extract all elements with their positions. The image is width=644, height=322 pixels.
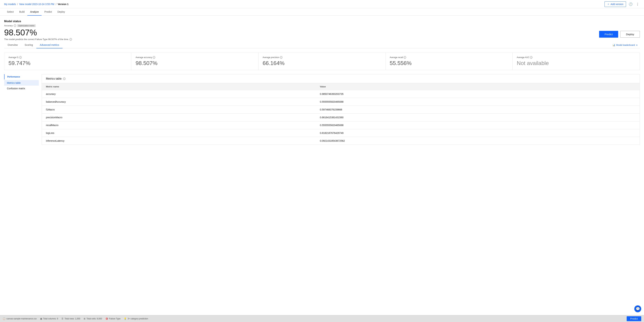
- table-row: inferenceLatency0.09214318543672562: [42, 137, 640, 145]
- add-icon: ＋: [607, 3, 610, 6]
- sub-tab-scoring[interactable]: Scoring: [21, 42, 36, 48]
- metric-value-auc: Not available: [517, 60, 636, 66]
- metric-card-auc: Average AUC i Not available: [513, 53, 640, 70]
- metric-name-cell: precisionMacro: [42, 114, 316, 121]
- accuracy-info-icon[interactable]: i: [14, 25, 16, 27]
- breadcrumb-version: Version 1: [58, 3, 68, 6]
- metric-card-recall: Average recall i 55.556%: [386, 53, 512, 70]
- metric-value-precision: 66.164%: [263, 60, 381, 66]
- metric-value-cell: 0.9850746393203735: [316, 90, 640, 98]
- tab-deploy[interactable]: Deploy: [54, 8, 68, 16]
- sub-tabs: Overview Scoring Advanced metrics 📊 Mode…: [4, 42, 640, 48]
- metric-value-cell: 0.5555555820465088: [316, 121, 640, 129]
- metric-label-auc: Average AUC i: [517, 56, 636, 59]
- deploy-button-main[interactable]: Deploy: [620, 31, 640, 38]
- metrics-table-title: Metrics table: [46, 77, 62, 80]
- col-metric-name: Metric name: [42, 83, 316, 90]
- accuracy-metric-info-icon[interactable]: i: [153, 56, 155, 59]
- metric-label-precision: Average precision i: [263, 56, 381, 59]
- metrics-data-table: Metric name Value accuracy0.985074639320…: [42, 83, 640, 145]
- breadcrumb-sep2: /: [56, 3, 56, 6]
- table-row: accuracy0.9850746393203735: [42, 90, 640, 98]
- metric-value-f1: 59.747%: [8, 60, 127, 66]
- chevron-up-icon: ∧: [636, 44, 638, 46]
- metric-card-accuracy: Average accuracy i 98.507%: [131, 53, 258, 70]
- metric-name-cell: inferenceLatency: [42, 137, 316, 145]
- table-row: recallMacro0.5555555820465088: [42, 121, 640, 129]
- metric-value-cell: 0.597468376159668: [316, 106, 640, 114]
- breadcrumb-sep1: /: [17, 3, 18, 6]
- predict-button-main[interactable]: Predict: [599, 31, 618, 38]
- metric-name-cell: logLoss: [42, 129, 316, 137]
- metric-value-cell: 0.6616415381431580: [316, 114, 640, 121]
- metric-card-precision: Average precision i 66.164%: [258, 53, 386, 70]
- sidebar-section-performance: Performance: [4, 74, 39, 79]
- accuracy-label: Accuracy i Optimization metric: [4, 24, 640, 27]
- metric-label-accuracy: Average accuracy i: [136, 56, 254, 59]
- sub-tabs-left: Overview Scoring Advanced metrics: [4, 42, 62, 48]
- metrics-table-info-icon[interactable]: i: [63, 78, 66, 80]
- main-content: Model status Accuracy i Optimization met…: [0, 16, 644, 145]
- metric-label-f1: Average f1 i: [8, 56, 127, 59]
- accuracy-desc: The model predicts the correct Failure T…: [4, 38, 640, 41]
- leaderboard-icon: 📊: [612, 44, 615, 46]
- main-panel: Metrics table i Metric name Value accura…: [42, 74, 640, 145]
- content-layout: Performance Metrics table Confusion matr…: [4, 74, 640, 145]
- precision-info-icon[interactable]: i: [280, 56, 282, 59]
- optimization-badge: Optimization metric: [17, 24, 36, 27]
- top-header: My models / New model 2023-10-24 3:55 PM…: [0, 0, 644, 8]
- metric-value-cell: 0.09214318543672562: [316, 137, 640, 145]
- add-version-label: Add version: [610, 3, 624, 6]
- nav-tabs: Select Build Analyze Predict Deploy: [0, 8, 644, 16]
- more-options-button[interactable]: ⋮: [635, 2, 640, 7]
- table-row: precisionMacro0.6616415381431580: [42, 114, 640, 121]
- add-version-button[interactable]: ＋ Add version: [604, 2, 626, 7]
- metric-value-cell: 0.5555555820465088: [316, 98, 640, 106]
- metric-card-f1: Average f1 i 59.747%: [4, 53, 131, 70]
- sidebar: Performance Metrics table Confusion matr…: [4, 74, 39, 145]
- sub-tab-overview[interactable]: Overview: [4, 42, 21, 48]
- model-status-title: Model status: [4, 20, 640, 23]
- recall-info-icon[interactable]: i: [404, 56, 406, 59]
- breadcrumb-new-model[interactable]: New model 2023-10-24 3:55 PM: [20, 3, 54, 6]
- tab-select[interactable]: Select: [4, 8, 16, 16]
- desc-info-icon[interactable]: i: [70, 38, 72, 41]
- auc-info-icon[interactable]: i: [530, 56, 532, 59]
- metric-name-cell: recallMacro: [42, 121, 316, 129]
- table-header-row: Metric name Value: [42, 83, 640, 90]
- tab-build[interactable]: Build: [16, 8, 27, 16]
- tab-analyze[interactable]: Analyze: [27, 8, 42, 16]
- metric-name-cell: f1Macro: [42, 106, 316, 114]
- model-leaderboard-button[interactable]: 📊 Model leaderboard ∧: [610, 42, 640, 48]
- table-row: f1Macro0.597468376159668: [42, 106, 640, 114]
- table-row: logLoss0.8182187676429749: [42, 129, 640, 137]
- metrics-table-header: Metrics table i: [42, 74, 640, 83]
- status-action-row: Predict Deploy: [4, 31, 640, 38]
- metric-label-recall: Average recall i: [390, 56, 508, 59]
- tab-predict[interactable]: Predict: [42, 8, 55, 16]
- breadcrumb-my-models[interactable]: My models: [4, 3, 16, 6]
- f1-info-icon[interactable]: i: [19, 56, 22, 59]
- metric-value-recall: 55.556%: [390, 60, 508, 66]
- model-leaderboard-label: Model leaderboard: [616, 44, 635, 46]
- breadcrumb: My models / New model 2023-10-24 3:55 PM…: [4, 3, 68, 6]
- metric-name-cell: balancedAccuracy: [42, 98, 316, 106]
- metrics-summary: Average f1 i 59.747% Average accuracy i …: [4, 53, 640, 70]
- table-row: balancedAccuracy0.5555555820465088: [42, 98, 640, 106]
- col-value: Value: [316, 83, 640, 90]
- metric-value-accuracy: 98.507%: [136, 60, 254, 66]
- sidebar-item-confusion-matrix[interactable]: Confusion matrix: [4, 86, 39, 91]
- history-button[interactable]: 🕐: [628, 2, 633, 7]
- sidebar-item-metrics-table[interactable]: Metrics table: [4, 80, 39, 86]
- metric-name-cell: accuracy: [42, 90, 316, 98]
- metric-value-cell: 0.8182187676429749: [316, 129, 640, 137]
- sub-tab-advanced-metrics[interactable]: Advanced metrics: [36, 42, 62, 48]
- header-actions: ＋ Add version 🕐 ⋮: [604, 2, 640, 7]
